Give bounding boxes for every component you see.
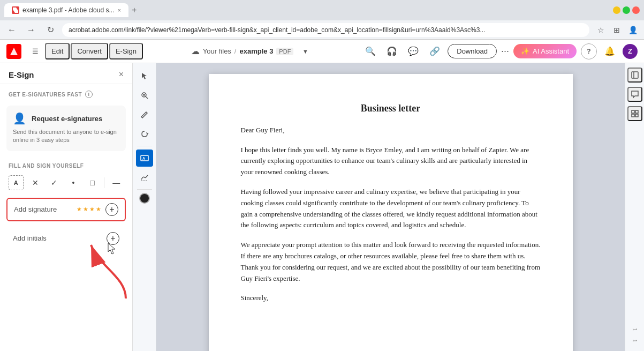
expand-panel-icon[interactable] [627, 68, 642, 83]
pdf-title: Business letter [241, 101, 541, 116]
color-picker[interactable] [139, 193, 150, 204]
star-2: ★ [83, 206, 88, 213]
svg-rect-12 [635, 114, 638, 117]
tools-divider [104, 177, 104, 188]
star-1: ★ [77, 206, 82, 213]
vertical-toolbar: A [133, 63, 156, 351]
bell-icon[interactable]: 🔔 [601, 43, 618, 60]
request-card[interactable]: 👤 Request e-signatures Send this documen… [6, 106, 126, 151]
grid-view-icon[interactable] [627, 106, 642, 121]
search-icon[interactable]: 🔍 [362, 43, 379, 60]
file-dropdown-btn[interactable]: ▼ [297, 43, 314, 60]
page-number-2: 1 [632, 339, 638, 347]
request-desc: Send this document to anyone to e-sign o… [13, 128, 119, 145]
tab-close-btn[interactable]: × [117, 7, 120, 13]
cross-tool[interactable]: ✕ [28, 175, 43, 190]
address-bar-icons: ☆ ⊞ 👤 [594, 23, 640, 37]
your-files-label[interactable]: Your files [203, 47, 231, 55]
add-initials-button[interactable]: + [107, 232, 119, 245]
request-icon: 👤 [13, 112, 26, 125]
pdf-closing: Sincerely, [241, 293, 541, 304]
request-title: Request e-signatures [32, 115, 102, 123]
fill-sign-label: FILL AND SIGN YOURSELF [0, 155, 132, 173]
back-button[interactable]: ← [4, 23, 19, 38]
svg-rect-7 [632, 72, 638, 78]
toolbar-center: ☁ Your files / example 3 PDF ▼ [191, 43, 314, 60]
forward-button[interactable]: → [24, 23, 39, 38]
pdf-page: Business letter Dear Guy Fieri, I hope t… [209, 74, 573, 351]
new-tab-button[interactable]: + [132, 5, 137, 15]
check-tool[interactable]: ✓ [47, 175, 62, 190]
file-name: example 3 [239, 47, 273, 55]
svg-rect-10 [635, 110, 638, 113]
download-button[interactable]: Download [448, 44, 497, 58]
zoom-tool[interactable] [136, 87, 153, 104]
extension-icon[interactable]: ⊞ [610, 23, 624, 37]
pdf-paragraph-1: I hope this letter finds you well. My na… [241, 145, 541, 178]
main-layout: E-Sign × GET E-SIGNATURES FAST i 👤 Reque… [0, 63, 644, 351]
request-card-header: 👤 Request e-signatures [13, 112, 119, 125]
comment-icon[interactable]: 💬 [405, 43, 422, 60]
pdf-paragraph-2: Having followed your impressive career a… [241, 186, 541, 231]
app-toolbar: ☰ Edit Convert E-Sign ☁ Your files / exa… [0, 40, 644, 63]
more-options-button[interactable]: ··· [501, 46, 509, 57]
menu-icon[interactable]: ☰ [27, 43, 44, 60]
browser-chrome: example 3.pdf - Adobe cloud s... × + [0, 0, 644, 20]
toolbar-right: 🔍 🎧 💬 🔗 Download ··· ✨ AI Assistant ? 🔔 … [362, 43, 638, 60]
add-signature-row[interactable]: Add signature ★ ★ ★ ★ + [6, 198, 126, 221]
text-field-tool[interactable]: A [136, 150, 153, 167]
sign-tools-row: A ✕ ✓ • □ — [0, 173, 132, 195]
menu-convert[interactable]: Convert [71, 43, 108, 59]
menu-esign[interactable]: E-Sign [109, 43, 143, 59]
file-type-badge: PDF [276, 48, 293, 55]
cloud-icon: ☁ [191, 46, 200, 56]
profile-icon[interactable]: 👤 [626, 23, 640, 37]
bookmark-icon[interactable]: ☆ [594, 23, 608, 37]
pdf-paragraph-3: We appreciate your prompt attention to t… [241, 240, 541, 284]
add-initials-row[interactable]: Add initials + [6, 228, 126, 249]
pdf-body: Business letter Dear Guy Fieri, I hope t… [241, 101, 541, 304]
cursor-tool[interactable] [136, 68, 153, 85]
panel-header: E-Sign × [0, 63, 132, 84]
pdf-salutation: Dear Guy Fieri, [241, 125, 541, 136]
vt-divider [137, 146, 152, 146]
window-minimize[interactable] [613, 6, 620, 14]
add-signature-button[interactable]: + [105, 203, 118, 216]
line-tool[interactable]: — [109, 175, 124, 190]
ai-assistant-button[interactable]: ✨ AI Assistant [513, 44, 577, 58]
browser-tab[interactable]: example 3.pdf - Adobe cloud s... × [4, 3, 128, 17]
svg-marker-0 [10, 48, 18, 55]
address-bar-row: ← → ↻ ☆ ⊞ 👤 [0, 20, 644, 40]
info-icon[interactable]: i [85, 91, 93, 98]
star-rating: ★ ★ ★ ★ [77, 206, 101, 213]
link-icon[interactable]: 🔗 [426, 43, 443, 60]
ai-sparkle-icon: ✨ [521, 47, 529, 55]
adobe-tab-icon [12, 6, 19, 14]
svg-text:A: A [142, 156, 145, 160]
tab-title: example 3.pdf - Adobe cloud s... [22, 6, 114, 14]
box-tool[interactable]: □ [85, 175, 100, 190]
right-sidebar: 1 1 [625, 63, 644, 351]
pencil-tool[interactable] [136, 106, 153, 123]
star-3: ★ [89, 206, 95, 213]
text-tool[interactable]: A [9, 175, 24, 190]
comments-sidebar-icon[interactable] [627, 87, 642, 102]
get-signatures-label: GET E-SIGNATURES FAST i [0, 84, 132, 101]
refresh-button[interactable]: ↻ [43, 23, 58, 38]
user-avatar[interactable]: Z [623, 44, 638, 59]
signature-tool[interactable] [136, 169, 153, 186]
star-4: ★ [96, 206, 101, 213]
help-button[interactable]: ? [581, 43, 597, 59]
window-maximize[interactable] [623, 6, 630, 14]
menu-edit[interactable]: Edit [45, 43, 70, 59]
address-input[interactable] [62, 23, 589, 37]
headphone-icon[interactable]: 🎧 [383, 43, 400, 60]
loop-tool[interactable] [136, 125, 153, 143]
window-close[interactable] [632, 6, 640, 14]
panel-close-button[interactable]: × [119, 70, 124, 79]
vt-divider2 [137, 189, 152, 190]
dot-tool[interactable]: • [66, 175, 81, 190]
svg-rect-11 [632, 114, 634, 117]
page-number-1: 1 [632, 328, 638, 335]
pdf-area[interactable]: Business letter Dear Guy Fieri, I hope t… [156, 63, 625, 351]
